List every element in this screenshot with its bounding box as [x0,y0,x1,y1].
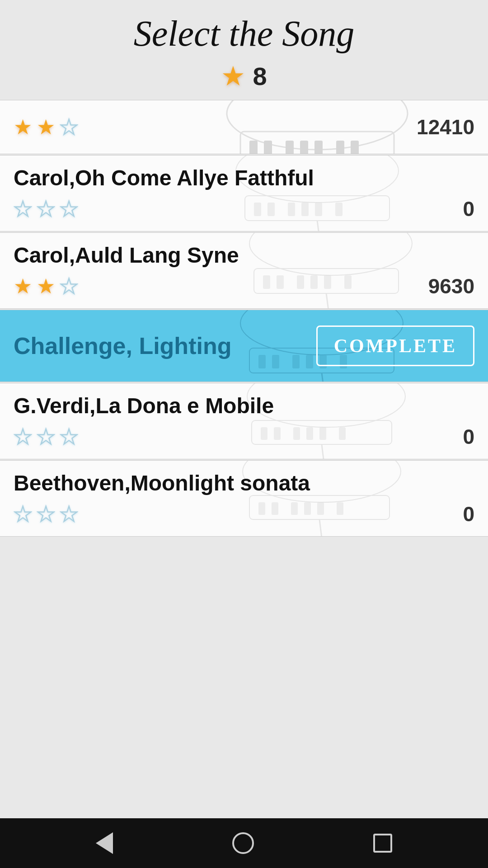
star-3: ★ [60,426,78,447]
list-item[interactable]: ★ ★ ★ 12410 [0,100,488,154]
song-name: Carol,Oh Come Allye Fatthful [14,165,474,190]
star-2: ★ [37,504,55,524]
star-3: ★ [60,276,78,297]
recent-icon [373,834,392,853]
song-bottom-row: ★ ★ ★ 0 [14,425,474,449]
song-name: G.Verdi,La Dona e Mobile [14,393,474,418]
total-star-count: 8 [253,61,267,91]
stars-row: ★ ★ ★ [14,117,78,137]
score-value: 0 [463,502,474,526]
page-header: Select the Song ★ 8 [0,0,488,100]
svg-line-39 [322,373,325,382]
svg-rect-4 [286,141,294,154]
stars-row: ★ ★ ★ [14,426,78,447]
song-bottom-row: ★ ★ ★ 0 [14,502,474,526]
total-star-icon: ★ [221,63,245,90]
score-value: 0 [463,425,474,449]
list-item[interactable]: Carol,Oh Come Allye Fatthful ★ ★ ★ 0 [0,155,488,231]
star-3: ★ [60,198,78,219]
first-item-row: ★ ★ ★ 12410 [14,115,474,139]
svg-rect-8 [351,141,359,154]
list-item[interactable]: Beethoven,Moonlight sonata ★ ★ ★ 0 [0,460,488,537]
star-3: ★ [60,117,78,137]
star-1: ★ [14,276,32,297]
back-button[interactable] [96,832,113,854]
star-1: ★ [14,117,32,137]
song-name: Challenge, Lighting [14,332,231,359]
list-item[interactable]: Challenge, Lighting COMPLETE [0,310,488,382]
score-value: 12410 [417,115,474,139]
home-icon [232,832,254,854]
navigation-bar [0,818,488,868]
svg-rect-7 [336,141,344,154]
stars-row: ★ ★ ★ [14,198,78,219]
stars-row: ★ ★ ★ [14,504,78,524]
song-bottom-row: ★ ★ ★ 9630 [14,274,474,298]
star-3: ★ [60,504,78,524]
song-name: Carol,Auld Lang Syne [14,243,474,268]
recent-apps-button[interactable] [373,834,392,853]
home-button[interactable] [232,832,254,854]
score-value: 9630 [428,274,474,298]
spacer [0,538,488,818]
page-title: Select the Song [9,14,479,53]
star-1: ★ [14,426,32,447]
list-item[interactable]: G.Verdi,La Dona e Mobile ★ ★ ★ 0 [0,383,488,459]
back-icon [96,832,113,854]
star-2: ★ [37,117,55,137]
list-item[interactable]: Carol,Auld Lang Syne ★ ★ ★ 9630 [0,232,488,309]
svg-rect-5 [300,141,308,154]
svg-rect-6 [314,141,323,154]
song-name: Beethoven,Moonlight sonata [14,471,474,495]
star-2: ★ [37,426,55,447]
svg-line-19 [317,221,321,232]
star-count-row: ★ 8 [9,61,479,91]
complete-button[interactable]: COMPLETE [316,326,474,366]
svg-rect-3 [264,141,272,154]
star-2: ★ [37,276,55,297]
star-1: ★ [14,504,32,524]
star-1: ★ [14,198,32,219]
star-2: ★ [37,198,55,219]
song-bottom-row: ★ ★ ★ 0 [14,197,474,221]
svg-rect-2 [249,141,258,154]
score-value: 0 [463,197,474,221]
stars-row: ★ ★ ★ [14,276,78,297]
song-list: ★ ★ ★ 12410 Carol,Oh Come Allye Fatthf [0,100,488,818]
